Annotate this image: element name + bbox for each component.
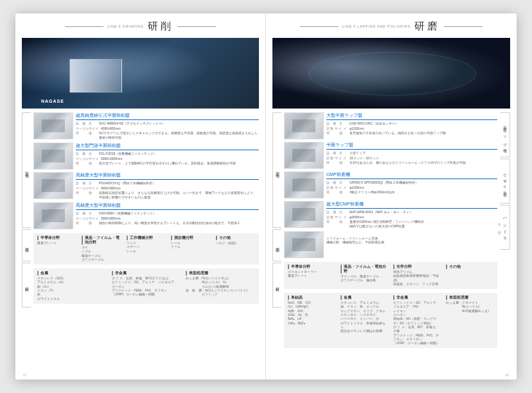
rtab-lap: 平面ラップ機 bbox=[500, 112, 510, 157]
page-right: LINE 5 LAPPING AND POLISHING 研磨 加工機 実績 材… bbox=[266, 13, 517, 380]
hero-badge: NAGASE bbox=[41, 99, 64, 103]
rtab-cmp: ＣＭＰ装置 bbox=[500, 159, 510, 204]
machine-item: 超高精度静圧式平面研削盤設 備 名SGC-4085S4-N3（ナガセインテグレッ… bbox=[33, 112, 259, 140]
machine-item: 超大型門形平面研削盤設 備 名KSL-F2518（住重機械ファインテック）テーブ… bbox=[33, 143, 259, 170]
materials-section: 単結晶NaCl、KBr、KCl、 CsI、CsBrAgCl、 AgBr、ZnS、… bbox=[284, 293, 497, 348]
machine-list-left: 超高精度静圧式平面研削盤設 備 名SGC-4085S4-N3（ナガセインテグレッ… bbox=[33, 112, 259, 229]
machine-title: 高精度大型平面研削盤 bbox=[76, 202, 259, 210]
machine-photo bbox=[33, 143, 73, 170]
tab-machine: 加工機 bbox=[22, 112, 31, 228]
machine-photo bbox=[284, 142, 324, 169]
right-tab-column: 平面ラップ機 ＣＭＰ装置 ハンドラップ bbox=[500, 112, 510, 374]
rtab-hand: ハンドラップ bbox=[500, 205, 510, 250]
machine-photo bbox=[284, 201, 324, 228]
machine-item: 高精度大型平面研削盤設 備 名KSH-830N（住重機械ファインテック）テーブル… bbox=[33, 202, 259, 229]
machine-item: 超大型CMP研磨機設 備 名MAT-ARW-3H21（MAT エム・エー・ティ）… bbox=[284, 201, 497, 229]
hero-image-right bbox=[272, 38, 510, 109]
results-section: 半導体分野吸着プレート 液晶・フイルム・電池分野ダイ ノズル 吸着テーブル ガラ… bbox=[33, 233, 259, 265]
machine-item: 高精度大型平面研削盤設 備 名PSG400CH-iQ（岡本工作機械製作所）テーブ… bbox=[33, 172, 259, 200]
page-number: 07 bbox=[23, 373, 27, 377]
tab-materials: 材料 bbox=[272, 263, 281, 308]
machine-title: 超大型門形平面研削盤 bbox=[76, 143, 259, 150]
machine-photo bbox=[33, 202, 73, 229]
tab-materials: 材料 bbox=[22, 263, 31, 308]
header-right: LINE 5 LAPPING AND POLISHING 研磨 bbox=[266, 17, 517, 35]
header-title: 研削 bbox=[148, 20, 173, 33]
machine-title: 超高精度静圧式平面研削盤 bbox=[76, 112, 259, 120]
machine-item-extra: ドライルーム・クリーンルーム完備 機械台数、機械種類など、平面研磨設備 bbox=[284, 231, 497, 258]
left-tab-column: 加工機 実績 材料 bbox=[272, 112, 281, 374]
page-number: 08 bbox=[505, 373, 509, 377]
machine-photo bbox=[284, 112, 324, 139]
header-sub: LINE 5 GRINDING bbox=[107, 24, 144, 28]
machine-item: CMP研磨機設 備 名GRIND-X SPP1800S型（岡本工作機械製作所）定… bbox=[284, 171, 497, 198]
tab-machine: 加工機 bbox=[272, 112, 281, 228]
page-left: LINE 5 GRINDING 研削 NAGASE 加工機 実績 材料 超高精度… bbox=[15, 13, 266, 380]
header-sub: LINE 5 LAPPING AND POLISHING bbox=[342, 24, 411, 28]
machine-item: 平面ラップ盤設 備 名小型ラップ定 盤 サ イ ズ15インチ・10インチ特 徴非… bbox=[284, 142, 497, 169]
machine-title: 超大型CMP研磨機 bbox=[326, 201, 497, 209]
machine-photo bbox=[284, 171, 324, 198]
results-section: 半導体分野ガスコントローラー 吸着プレート 液晶・フイルム・電池分野ダイノズル、… bbox=[284, 262, 497, 289]
hero-image-left: NAGASE bbox=[22, 38, 259, 109]
machine-item: 大型平面ラップ盤設 備 名DJW-5001-DNC（日本エンギス）定 盤 サ イ… bbox=[284, 112, 497, 139]
materials-section: 金属ステンレス（SUS） アルミニウム（Al） 銅（Cu） チタン（Ti） 鉄 … bbox=[33, 268, 259, 304]
machine-title: 平面ラップ盤 bbox=[326, 142, 497, 150]
machine-title: 大型平面ラップ盤 bbox=[326, 112, 497, 120]
tab-results: 実績 bbox=[272, 229, 281, 261]
machine-title: CMP研磨機 bbox=[326, 171, 497, 179]
machine-photo bbox=[284, 231, 324, 258]
machine-list-right: 大型平面ラップ盤設 備 名DJW-5001-DNC（日本エンギス）定 盤 サ イ… bbox=[284, 112, 497, 258]
left-tab-column: 加工機 実績 材料 bbox=[22, 112, 31, 374]
machine-photo bbox=[33, 112, 73, 139]
header-title: 研磨 bbox=[414, 20, 440, 33]
machine-photo bbox=[33, 172, 73, 199]
brochure-spread: LINE 5 GRINDING 研削 NAGASE 加工機 実績 材料 超高精度… bbox=[15, 13, 517, 380]
header-left: LINE 5 GRINDING 研削 bbox=[15, 17, 265, 35]
tab-results: 実績 bbox=[22, 229, 31, 261]
machine-title: 高精度大型平面研削盤 bbox=[76, 172, 259, 180]
